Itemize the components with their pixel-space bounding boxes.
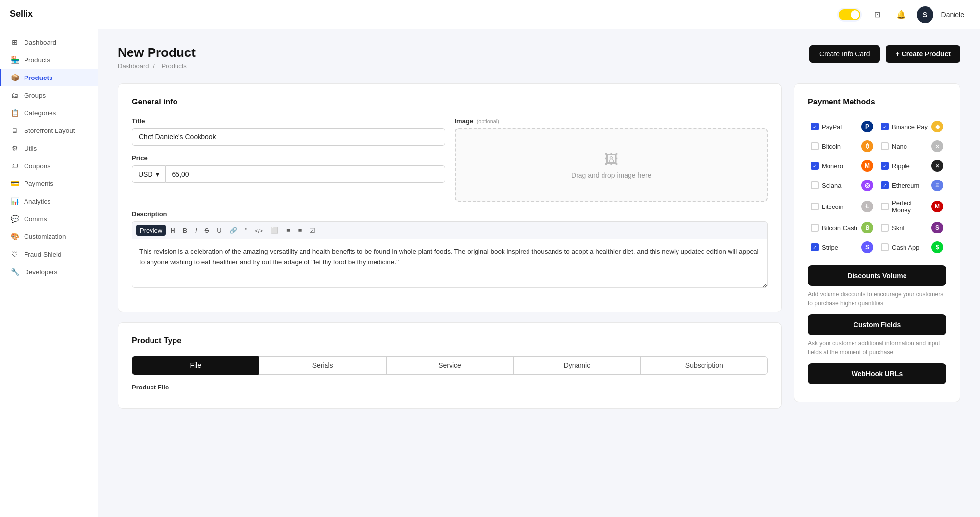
webhook-urls-button[interactable]: WebHook URLs xyxy=(808,363,946,384)
payment-item-cash-app[interactable]: Cash App $ xyxy=(878,238,946,257)
bitcoin-cash-name: Bitcoin Cash xyxy=(822,224,858,232)
username-label[interactable]: Daniele xyxy=(941,11,964,19)
payment-item-monero[interactable]: ✓ Monero M xyxy=(808,156,876,175)
sidebar-item-label: Comms xyxy=(24,215,47,223)
sidebar-item-storefront-layout[interactable]: 🖥 Storefront Layout xyxy=(0,122,98,139)
title-input[interactable] xyxy=(132,128,445,146)
toolbar-strikethrough-btn[interactable]: S xyxy=(201,225,213,236)
breadcrumb-current: Products xyxy=(161,62,186,70)
create-product-button[interactable]: + Create Product xyxy=(886,45,960,63)
image-drop-text: Drag and drop image here xyxy=(571,171,651,179)
toolbar-code-btn[interactable]: </> xyxy=(251,226,266,235)
sidebar-item-fraud-shield[interactable]: 🛡 Fraud Shield xyxy=(0,245,98,263)
payment-item-litecoin[interactable]: Litecoin Ł xyxy=(808,196,876,217)
description-textarea[interactable]: This revision is a celebration of the am… xyxy=(132,239,768,288)
toolbar-list-bullet-btn[interactable]: ≡ xyxy=(283,225,294,236)
sidebar-item-label: Coupons xyxy=(24,162,50,170)
custom-fields-button[interactable]: Custom Fields xyxy=(808,314,946,335)
payment-item-perfect-money[interactable]: Perfect Money M xyxy=(878,196,946,217)
ripple-checkbox[interactable]: ✓ xyxy=(881,162,889,170)
payment-row-7: ✓ Stripe S Cash App $ xyxy=(808,238,946,257)
payment-item-solana[interactable]: Solana ◎ xyxy=(808,176,876,195)
discounts-volume-button[interactable]: Discounts Volume xyxy=(808,265,946,286)
toolbar-image-btn[interactable]: ⬜ xyxy=(267,225,282,236)
avatar[interactable]: S xyxy=(917,6,933,23)
sidebar-item-label: Categories xyxy=(24,109,56,117)
sidebar-item-customization[interactable]: 🎨 Customization xyxy=(0,228,98,245)
cash-app-logo: $ xyxy=(931,241,943,253)
image-dropzone[interactable]: 🖼 Drag and drop image here xyxy=(455,128,768,202)
sidebar-item-developers[interactable]: 🔧 Developers xyxy=(0,263,98,281)
stripe-checkbox[interactable]: ✓ xyxy=(811,243,819,251)
toolbar-underline-btn[interactable]: U xyxy=(213,225,225,236)
breadcrumb-parent[interactable]: Dashboard xyxy=(118,62,149,70)
monero-checkbox[interactable]: ✓ xyxy=(811,162,819,170)
payment-item-binance[interactable]: ✓ Binance Pay ◆ xyxy=(878,117,946,136)
toolbar-preview-btn[interactable]: Preview xyxy=(136,225,166,236)
sidebar-item-analytics[interactable]: 📊 Analytics xyxy=(0,192,98,210)
toolbar-list-ordered-btn[interactable]: ≡ xyxy=(295,225,305,236)
sidebar-item-label: Fraud Shield xyxy=(24,251,62,258)
payment-item-ethereum[interactable]: ✓ Ethereum Ξ xyxy=(878,176,946,195)
image-group: Image (optional) 🖼 Drag and drop image h… xyxy=(455,117,768,202)
payment-item-ripple[interactable]: ✓ Ripple ✕ xyxy=(878,156,946,175)
notification-bell-icon[interactable]: 🔔 xyxy=(893,7,909,23)
cash-app-checkbox[interactable] xyxy=(881,243,889,251)
sidebar-item-utils[interactable]: ⚙ Utils xyxy=(0,139,98,157)
sidebar-item-dashboard[interactable]: ⊞ Dashboard xyxy=(0,33,98,51)
toggle-knob xyxy=(851,10,859,19)
sidebar-item-comms[interactable]: 💬 Comms xyxy=(0,210,98,228)
toolbar-heading-btn[interactable]: H xyxy=(167,225,178,236)
sidebar-item-coupons[interactable]: 🏷 Coupons xyxy=(0,157,98,175)
currency-select[interactable]: USD ▾ xyxy=(132,165,165,183)
payment-item-nano[interactable]: Nano ✕ xyxy=(878,137,946,155)
ptype-tab-dynamic[interactable]: Dynamic xyxy=(513,356,640,375)
payment-item-bitcoin-cash[interactable]: Bitcoin Cash ₿ xyxy=(808,218,876,237)
toolbar-bold-btn[interactable]: B xyxy=(179,225,191,236)
litecoin-checkbox[interactable] xyxy=(811,203,819,210)
sidebar-item-groups[interactable]: 🗂 Groups xyxy=(0,86,98,104)
dashboard-icon: ⊞ xyxy=(10,38,19,47)
bitcoin-cash-checkbox[interactable] xyxy=(811,224,819,232)
bitcoin-checkbox[interactable] xyxy=(811,142,819,150)
ethereum-checkbox[interactable]: ✓ xyxy=(881,181,889,189)
toolbar-italic-btn[interactable]: I xyxy=(192,225,201,236)
toolbar-quote-btn[interactable]: " xyxy=(242,225,251,236)
perfect-money-checkbox[interactable] xyxy=(881,203,889,210)
toolbar-link-btn[interactable]: 🔗 xyxy=(226,225,241,236)
currency-value: USD xyxy=(138,170,153,178)
skrill-logo: S xyxy=(931,222,943,233)
sidebar-item-payments[interactable]: 💳 Payments xyxy=(0,175,98,192)
solana-logo: ◎ xyxy=(861,180,873,191)
ptype-tab-serials[interactable]: Serials xyxy=(259,356,386,375)
custom-fields-section: Custom Fields Ask your customer addition… xyxy=(808,314,946,357)
payment-grid: ✓ PayPal P ✓ Binance Pay ◆ xyxy=(808,117,946,257)
ptype-tab-service[interactable]: Service xyxy=(386,356,513,375)
sidebar-item-categories[interactable]: 📋 Categories xyxy=(0,104,98,122)
sidebar-item-products-parent[interactable]: 🏪 Products xyxy=(0,51,98,69)
payment-item-bitcoin[interactable]: Bitcoin ₿ xyxy=(808,137,876,155)
terminal-icon[interactable]: ⊡ xyxy=(870,7,885,23)
create-info-card-button[interactable]: Create Info Card xyxy=(809,45,880,63)
sidebar-item-label: Utils xyxy=(24,145,37,152)
nano-checkbox[interactable] xyxy=(881,142,889,150)
ptype-tab-file[interactable]: File xyxy=(132,356,259,375)
groups-icon: 🗂 xyxy=(10,91,19,100)
discounts-volume-hint: Add volume discounts to encourage your c… xyxy=(808,290,946,308)
sidebar-item-products[interactable]: 📦 Products xyxy=(0,69,98,86)
paypal-checkbox[interactable]: ✓ xyxy=(811,123,819,130)
price-input[interactable] xyxy=(165,165,445,183)
title-label: Title xyxy=(132,117,445,125)
payment-item-paypal[interactable]: ✓ PayPal P xyxy=(808,117,876,136)
payment-item-skrill[interactable]: Skrill S xyxy=(878,218,946,237)
skrill-checkbox[interactable] xyxy=(881,224,889,232)
content-grid: General info Title Price xyxy=(118,83,960,418)
solana-checkbox[interactable] xyxy=(811,181,819,189)
theme-toggle[interactable] xyxy=(837,8,862,22)
content-area: New Product Dashboard / Products Create … xyxy=(98,29,980,517)
toolbar-list-check-btn[interactable]: ☑ xyxy=(306,225,319,236)
categories-icon: 📋 xyxy=(10,108,19,117)
binance-checkbox[interactable]: ✓ xyxy=(881,123,889,130)
payment-item-stripe[interactable]: ✓ Stripe S xyxy=(808,238,876,257)
ptype-tab-subscription[interactable]: Subscription xyxy=(641,356,768,375)
